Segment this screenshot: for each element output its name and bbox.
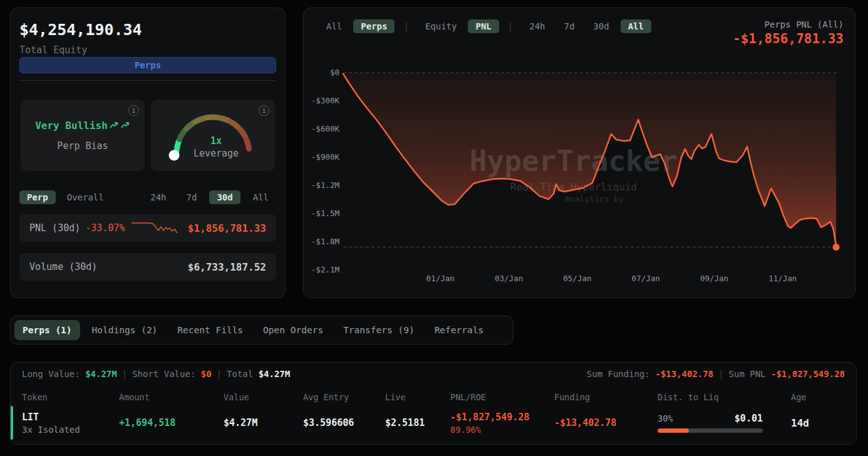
sum-funding-label: Sum Funding: — [587, 369, 650, 379]
liq-percent: 30% — [658, 413, 673, 423]
pnl-sparkline — [132, 220, 182, 236]
table-row[interactable]: LIT 3x Isolated +1,694,518 $4.27M $3.596… — [11, 404, 856, 442]
pill-24h[interactable]: 24h — [143, 190, 173, 204]
liq-price: $0.01 — [735, 413, 763, 424]
col-avg-entry: Avg Entry — [303, 392, 385, 402]
perp-bias-label: Perp Bias — [57, 140, 108, 152]
pnl-stat-row: PNL (30d) -33.07% $1,856,781.33 — [19, 214, 276, 242]
perp-overall-tabs: PerpOverall — [19, 190, 111, 204]
live-cell: $2.5181 — [385, 417, 450, 428]
token-leverage: 3x Isolated — [22, 425, 119, 435]
avg-entry-cell: $3.596606 — [303, 417, 385, 428]
volume-label: Volume (30d) — [29, 261, 97, 272]
perps-button[interactable]: Perps — [19, 57, 276, 73]
total-equity-value: $4,254,190.34 — [19, 21, 142, 39]
svg-text:-$900K: -$900K — [311, 152, 340, 162]
pill-perp[interactable]: Perp — [19, 190, 56, 204]
pill-30d[interactable]: 30d — [586, 19, 616, 33]
account-summary-card: $4,254,190.34 Total Equity Perps i Very … — [10, 8, 286, 298]
short-value: $0 — [201, 369, 212, 379]
col-value: Value — [224, 392, 303, 402]
pill-all[interactable]: All — [245, 190, 276, 204]
section-tab-holdings-2-[interactable]: Holdings (2) — [84, 320, 166, 340]
trend-up-icon — [110, 122, 119, 129]
amount-cell: +1,694,518 — [119, 417, 224, 428]
section-tab-recent-fills[interactable]: Recent Fills — [169, 320, 251, 340]
liq-progress-bar — [658, 428, 763, 433]
sum-pnl-label: Sum PNL — [729, 369, 766, 379]
svg-text:-$1.2M: -$1.2M — [311, 180, 339, 190]
separator: | — [212, 369, 227, 379]
pill-perps[interactable]: Perps — [353, 19, 395, 33]
pill-7d[interactable]: 7d — [557, 19, 582, 33]
chart-controls: AllPerps | EquityPNL | 24h7d30dAll Perps… — [319, 19, 844, 46]
col-token: Token — [22, 392, 119, 402]
gauge-knob[interactable] — [169, 150, 180, 161]
token-name: LIT — [22, 412, 119, 423]
pill-overall[interactable]: Overall — [59, 190, 111, 204]
separator: | — [713, 369, 728, 379]
leverage-label: Leverage — [194, 148, 239, 159]
watermark-subtitle2: Analytics by — [565, 194, 624, 204]
volume-value: $6,733,187.52 — [188, 261, 266, 273]
svg-text:05/Jan: 05/Jan — [563, 274, 591, 283]
svg-text:03/Jan: 03/Jan — [495, 274, 523, 283]
svg-text:01/Jan: 01/Jan — [426, 274, 455, 283]
summary-tabs-row: PerpOverall 24h7d30dAll — [19, 190, 276, 204]
chart-pnl-label: Perps PNL (All) — [733, 19, 844, 29]
svg-text:-$1.8M: -$1.8M — [311, 237, 339, 246]
pnl-area-chart[interactable]: HyperTracker Real-Time Hyperliquid Analy… — [304, 8, 855, 298]
long-value-label: Long Value: — [22, 369, 80, 379]
funding-cell: -$13,402.78 — [554, 417, 658, 428]
pnl-chart-card: HyperTracker Real-Time Hyperliquid Analy… — [303, 8, 855, 298]
perp-bias-value: Very Bullish — [35, 120, 108, 132]
section-tab-perps-1-[interactable]: Perps (1) — [14, 320, 80, 340]
chart-range-tabs: 24h7d30dAll — [522, 19, 651, 33]
table-summary: Long Value: $4.27M | Short Value: $0 | T… — [22, 369, 845, 379]
sum-pnl-value: -$1,827,549.28 — [771, 369, 845, 379]
col-live: Live — [385, 392, 450, 402]
pill-7d[interactable]: 7d — [179, 190, 205, 204]
positions-table-card: Long Value: $4.27M | Short Value: $0 | T… — [10, 362, 857, 445]
divider — [19, 80, 276, 81]
section-tab-transfers-9-[interactable]: Transfers (9) — [335, 320, 423, 340]
chart-mode-tabs: EquityPNL — [418, 19, 499, 33]
roe-cell: 89.96% — [450, 425, 554, 435]
divider: | — [505, 21, 515, 31]
pill-pnl[interactable]: PNL — [468, 19, 499, 33]
section-tab-referrals[interactable]: Referrals — [426, 320, 492, 340]
pnl-percent: -33.07% — [85, 222, 125, 234]
long-value: $4.27M — [85, 369, 117, 379]
leverage-value: 1x — [210, 135, 222, 147]
trend-up-icon — [121, 122, 130, 129]
sum-funding-value: -$13,402.78 — [655, 369, 713, 379]
pill-all[interactable]: All — [319, 19, 349, 33]
svg-text:-$2.1M: -$2.1M — [311, 265, 339, 274]
pnl-value: $1,856,781.33 — [188, 222, 266, 234]
svg-text:09/Jan: 09/Jan — [700, 274, 728, 283]
col-funding: Funding — [554, 392, 658, 402]
pnl-label: PNL (30d) — [29, 222, 80, 234]
svg-text:$0: $0 — [330, 68, 339, 77]
volume-stat-row: Volume (30d) $6,733,187.52 — [19, 253, 276, 281]
pill-equity[interactable]: Equity — [418, 19, 465, 33]
col-dist-liq: Dist. to Liq — [658, 392, 791, 402]
summary-range-tabs: 24h7d30dAll — [143, 190, 276, 204]
perp-bias-card: i Very Bullish Perp Bias — [21, 100, 145, 171]
pill-24h[interactable]: 24h — [522, 19, 552, 33]
total-label: Total — [227, 369, 253, 379]
total-equity-label: Total Equity — [19, 44, 87, 56]
pill-all[interactable]: All — [621, 19, 651, 33]
pnl-cell: -$1,827,549.28 — [450, 412, 554, 423]
pill-30d[interactable]: 30d — [209, 190, 240, 204]
col-amount: Amount — [119, 392, 224, 402]
svg-text:11/Jan: 11/Jan — [768, 274, 797, 283]
col-pnl-roe: PNL/ROE — [450, 392, 554, 402]
svg-text:-$300K: -$300K — [311, 96, 340, 105]
short-value-label: Short Value: — [132, 369, 195, 379]
divider: | — [401, 21, 411, 31]
svg-text:-$600K: -$600K — [311, 124, 340, 133]
leverage-gauge: 1x Leverage — [151, 100, 275, 171]
liq-progress-fill — [658, 428, 689, 433]
section-tab-open-orders[interactable]: Open Orders — [255, 320, 331, 340]
